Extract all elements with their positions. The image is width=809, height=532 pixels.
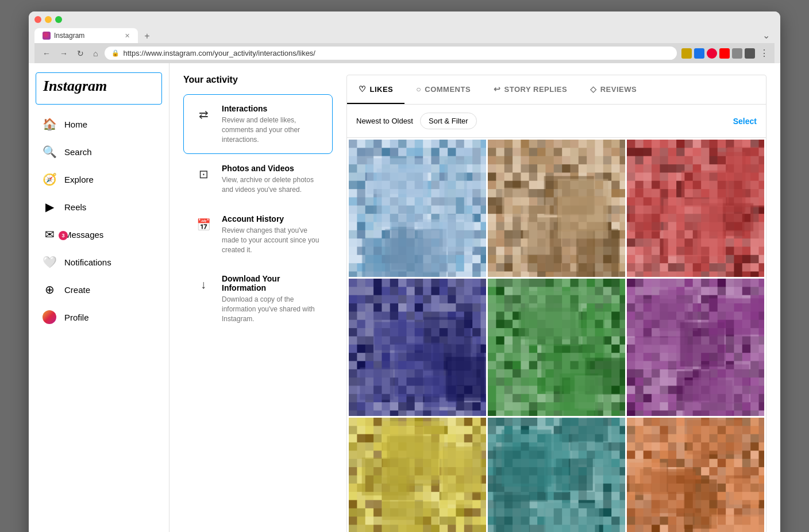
sidebar: Instagram 🏠 Home 🔍 Search 🧭 Explore ▶ Re… xyxy=(29,63,169,532)
browser-chrome: Instagram ✕ + ⌄ ← → ↻ ⌂ 🔒 https://www.in… xyxy=(29,11,780,63)
activity-item-account-history[interactable]: 📅 Account History Review changes that yo… xyxy=(183,205,333,264)
story-replies-tab-icon: ↩ xyxy=(494,84,501,94)
lock-icon: 🔒 xyxy=(111,49,120,57)
traffic-lights xyxy=(34,16,775,23)
reload-button[interactable]: ↻ xyxy=(75,48,86,59)
tab-extend-button[interactable]: ⌄ xyxy=(758,28,775,43)
account-history-text: Account History Review changes that you'… xyxy=(222,214,323,255)
new-tab-button[interactable]: + xyxy=(140,29,154,43)
close-button[interactable] xyxy=(34,16,41,23)
sort-label: Newest to Oldest xyxy=(356,117,413,125)
sidebar-item-messages[interactable]: ✉ 3 Messages xyxy=(36,222,162,247)
sidebar-profile-label: Profile xyxy=(64,313,89,322)
reels-icon: ▶ xyxy=(43,200,56,214)
ext-icon-3[interactable] xyxy=(707,48,717,59)
activity-title: Your activity xyxy=(183,75,333,85)
url-bar[interactable]: 🔒 https://www.instagram.com/your_activit… xyxy=(105,47,677,60)
address-bar: ← → ↻ ⌂ 🔒 https://www.instagram.com/your… xyxy=(34,43,775,63)
comments-tab-label: COMMENTS xyxy=(425,85,471,94)
select-button[interactable]: Select xyxy=(733,117,757,126)
photos-videos-text: Photos and Videos View, archive or delet… xyxy=(222,164,323,195)
browser-tab[interactable]: Instagram ✕ xyxy=(34,28,138,43)
maximize-button[interactable] xyxy=(55,16,62,23)
page-content: Instagram 🏠 Home 🔍 Search 🧭 Explore ▶ Re… xyxy=(29,63,780,532)
photo-cell[interactable] xyxy=(627,279,764,416)
forward-button[interactable]: → xyxy=(57,48,70,59)
activity-item-photos-videos[interactable]: ⊡ Photos and Videos View, archive or del… xyxy=(183,154,333,205)
messages-badge: 3 xyxy=(59,231,68,240)
photo-cell[interactable] xyxy=(488,140,625,277)
ext-icon-5[interactable] xyxy=(732,48,742,59)
sidebar-explore-label: Explore xyxy=(64,175,94,184)
photo-cell[interactable] xyxy=(627,140,764,277)
likes-tab-label: LIKES xyxy=(370,85,394,94)
photo-cell[interactable] xyxy=(349,140,486,277)
extension-icons xyxy=(681,48,755,59)
sidebar-item-reels[interactable]: ▶ Reels xyxy=(36,194,162,219)
sidebar-notifications-label: Notifications xyxy=(64,257,111,267)
activity-sidebar: Your activity ⇄ Interactions Review and … xyxy=(183,75,333,532)
photo-grid xyxy=(347,138,766,532)
tabs-bar: ♡ LIKES ○ COMMENTS ↩ STORY REPLIES ◇ xyxy=(347,75,766,105)
instagram-logo: Instagram xyxy=(36,72,162,105)
photo-cell[interactable] xyxy=(349,418,486,532)
account-history-icon: 📅 xyxy=(193,214,214,235)
photo-cell[interactable] xyxy=(627,418,764,532)
home-nav-button[interactable]: ⌂ xyxy=(91,48,100,59)
activity-item-interactions[interactable]: ⇄ Interactions Review and delete likes, … xyxy=(183,94,333,154)
interactions-desc: Review and delete likes, comments and yo… xyxy=(222,115,323,144)
tab-story-replies[interactable]: ↩ STORY REPLIES xyxy=(482,75,579,104)
minimize-button[interactable] xyxy=(45,16,52,23)
account-history-desc: Review changes that you've made to your … xyxy=(222,226,323,255)
browser-menu-button[interactable]: ⋮ xyxy=(760,48,769,59)
notifications-icon: 🤍 xyxy=(43,255,56,269)
photos-videos-icon: ⊡ xyxy=(193,164,214,184)
sidebar-create-label: Create xyxy=(64,285,90,295)
main-content: Your activity ⇄ Interactions Review and … xyxy=(169,63,780,532)
tab-bar: Instagram ✕ + ⌄ xyxy=(34,28,775,43)
photos-videos-desc: View, archive or delete photos and video… xyxy=(222,175,323,195)
sidebar-item-explore[interactable]: 🧭 Explore xyxy=(36,167,162,192)
tab-close-button[interactable]: ✕ xyxy=(125,32,130,40)
interactions-icon: ⇄ xyxy=(193,104,214,125)
story-replies-tab-label: STORY REPLIES xyxy=(504,85,568,94)
ext-icon-4[interactable] xyxy=(719,48,730,59)
sidebar-item-profile[interactable]: Profile xyxy=(36,304,162,330)
interactions-title: Interactions xyxy=(222,104,323,113)
tab-comments[interactable]: ○ COMMENTS xyxy=(404,75,482,104)
url-text: https://www.instagram.com/your_activity/… xyxy=(123,49,315,57)
tab-favicon xyxy=(43,32,51,40)
sidebar-item-home[interactable]: 🏠 Home xyxy=(36,111,162,137)
ext-icon-6[interactable] xyxy=(745,48,755,59)
sidebar-reels-label: Reels xyxy=(64,202,86,212)
sidebar-item-create[interactable]: ⊕ Create xyxy=(36,277,162,302)
photos-videos-title: Photos and Videos xyxy=(222,164,323,173)
sidebar-item-search[interactable]: 🔍 Search xyxy=(36,139,162,164)
create-icon: ⊕ xyxy=(43,283,56,296)
photo-cell[interactable] xyxy=(488,279,625,416)
download-info-desc: Download a copy of the information you'v… xyxy=(222,295,323,323)
ext-icon-2[interactable] xyxy=(694,48,704,59)
home-icon: 🏠 xyxy=(43,117,56,131)
ext-icon-1[interactable] xyxy=(681,48,692,59)
sidebar-home-label: Home xyxy=(64,119,87,129)
sidebar-item-notifications[interactable]: 🤍 Notifications xyxy=(36,249,162,275)
photo-cell[interactable] xyxy=(349,279,486,416)
download-info-title: Download Your Information xyxy=(222,274,323,292)
sidebar-search-label: Search xyxy=(64,147,92,157)
search-icon: 🔍 xyxy=(43,145,56,159)
back-button[interactable]: ← xyxy=(40,48,53,59)
browser-window: Instagram ✕ + ⌄ ← → ↻ ⌂ 🔒 https://www.in… xyxy=(29,11,780,532)
sidebar-messages-label: Messages xyxy=(64,230,103,240)
profile-avatar xyxy=(43,310,56,324)
download-icon: ↓ xyxy=(193,274,214,295)
tab-likes[interactable]: ♡ LIKES xyxy=(347,75,404,104)
tab-reviews[interactable]: ◇ REVIEWS xyxy=(579,75,648,104)
comments-tab-icon: ○ xyxy=(416,84,421,94)
content-area: ♡ LIKES ○ COMMENTS ↩ STORY REPLIES ◇ xyxy=(346,75,766,532)
interactions-text: Interactions Review and delete likes, co… xyxy=(222,104,323,144)
sort-filter-button[interactable]: Sort & Filter xyxy=(420,113,477,129)
photo-cell[interactable] xyxy=(488,418,625,532)
tab-title: Instagram xyxy=(54,32,84,40)
activity-item-download-info[interactable]: ↓ Download Your Information Download a c… xyxy=(183,264,333,333)
